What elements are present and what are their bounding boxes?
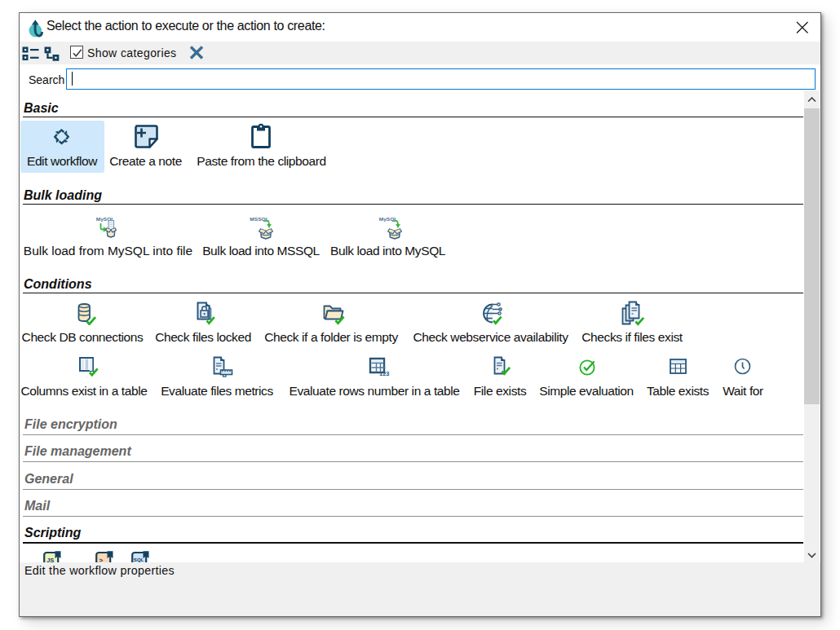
svg-text:JS: JS — [46, 557, 54, 563]
svg-text:SQL: SQL — [134, 557, 144, 562]
svg-text:123: 123 — [379, 370, 390, 377]
svg-text:>: > — [99, 557, 104, 562]
